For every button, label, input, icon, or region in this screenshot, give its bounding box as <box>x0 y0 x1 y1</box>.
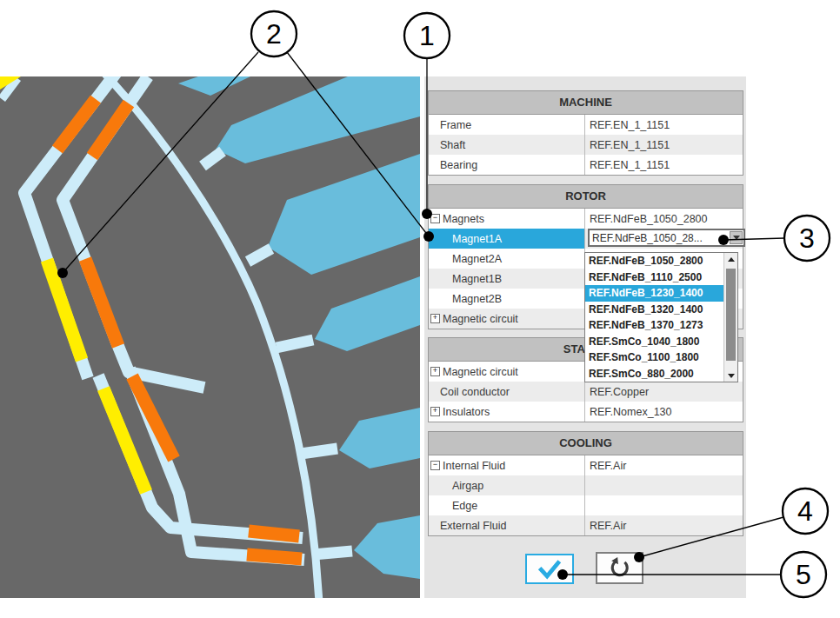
property-value: REF.EN_1_1151 <box>585 135 743 155</box>
property-row[interactable]: ShaftREF.EN_1_1151 <box>429 135 743 155</box>
property-value: REF.NdFeB_1050_2800 <box>585 209 743 229</box>
motor-cross-section-view <box>0 76 420 598</box>
property-name-cell[interactable]: −Internal Fluid <box>429 455 585 475</box>
property-name: Insulators <box>443 406 490 418</box>
property-name-cell[interactable]: +Magnetic circuit <box>429 362 585 382</box>
property-row[interactable]: Magnet1AREF.NdFeB_1050_28... <box>429 229 743 249</box>
scrollbar-thumb[interactable] <box>726 269 736 361</box>
property-value: REF.Air <box>585 455 743 475</box>
apply-button[interactable] <box>525 554 574 584</box>
property-row[interactable]: −MagnetsREF.NdFeB_1050_2800 <box>429 209 743 229</box>
property-value <box>585 475 743 495</box>
property-name: Airgap <box>452 480 483 492</box>
property-name-cell[interactable]: +Insulators <box>429 402 585 422</box>
property-name-cell[interactable]: Magnet1B <box>429 269 585 289</box>
dropdown-item[interactable]: REF.SmCo_1100_1800 <box>585 349 723 366</box>
property-value <box>585 495 743 515</box>
property-value: REF.EN_1_1151 <box>585 115 743 135</box>
property-name: Shaft <box>440 139 465 151</box>
callout-2: 2 <box>266 18 282 50</box>
collapse-icon[interactable]: − <box>430 461 440 470</box>
property-name: External Fluid <box>440 520 506 532</box>
property-name: Magnetic circuit <box>443 366 518 378</box>
property-name-cell[interactable]: Edge <box>429 495 585 515</box>
property-name-cell[interactable]: Shaft <box>429 135 585 155</box>
property-row[interactable]: Airgap <box>429 475 743 495</box>
property-row[interactable]: Edge <box>429 495 743 515</box>
property-row[interactable]: FrameREF.EN_1_1151 <box>429 115 743 135</box>
property-name-cell[interactable]: Airgap <box>429 475 585 495</box>
scroll-down-icon[interactable] <box>724 369 737 382</box>
property-value: REF.Air <box>585 515 743 535</box>
property-value: REF.EN_1_1151 <box>585 155 743 175</box>
machine-table: MACHINEFrameREF.EN_1_1151ShaftREF.EN_1_1… <box>428 90 743 176</box>
property-value: REF.Nomex_130 <box>585 402 743 422</box>
application-window: MACHINEFrameREF.EN_1_1151ShaftREF.EN_1_1… <box>0 0 840 618</box>
property-name-cell[interactable]: Coil conductor <box>429 382 585 402</box>
property-name-cell[interactable]: Magnet2B <box>429 289 585 309</box>
expand-icon[interactable]: + <box>430 407 440 416</box>
property-value: REF.Copper <box>585 382 743 402</box>
cooling-table: COOLING−Internal FluidREF.AirAirgapEdgeE… <box>428 431 743 536</box>
property-name: Frame <box>440 119 471 131</box>
dropdown-item[interactable]: REF.SmCo_1040_1800 <box>585 334 723 350</box>
property-row[interactable]: +InsulatorsREF.Nomex_130 <box>429 402 743 422</box>
property-name: Magnet1A <box>452 233 502 245</box>
table-title: MACHINE <box>429 91 743 115</box>
dropdown-item[interactable]: REF.SmCo_880_2000 <box>585 366 723 382</box>
expand-icon[interactable]: + <box>430 367 440 376</box>
property-name: Coil conductor <box>440 386 510 398</box>
callout-5: 5 <box>796 559 811 590</box>
callout-1: 1 <box>419 20 435 51</box>
material-dropdown-list: REF.NdFeB_1050_2800REF.NdFeB_1110_2500RE… <box>584 252 738 382</box>
callout-4: 4 <box>797 495 813 527</box>
property-name: Internal Fluid <box>443 460 505 472</box>
dropdown-scrollbar[interactable] <box>723 253 737 382</box>
dropdown-item[interactable]: REF.NdFeB_1110_2500 <box>585 269 723 286</box>
property-row[interactable]: BearingREF.EN_1_1151 <box>429 155 743 175</box>
property-name: Magnet2B <box>452 293 502 305</box>
collapse-icon[interactable]: − <box>430 214 440 223</box>
magnet-2b[interactable] <box>249 531 299 536</box>
property-name: Magnets <box>443 213 484 225</box>
property-name: Edge <box>452 500 477 512</box>
material-properties-panel: MACHINEFrameREF.EN_1_1151ShaftREF.EN_1_1… <box>424 76 746 598</box>
property-value: REF.NdFeB_1050_28... <box>585 229 743 249</box>
magnet-2b-inner[interactable] <box>247 555 302 559</box>
expand-icon[interactable]: + <box>430 314 440 323</box>
property-name: Magnet2A <box>452 253 502 265</box>
property-name-cell[interactable]: Magnet1A <box>429 229 585 249</box>
dropdown-item[interactable]: REF.NdFeB_1370_1273 <box>585 317 723 334</box>
dropdown-arrow-icon[interactable] <box>730 231 743 244</box>
dropdown-item[interactable]: REF.NdFeB_1320_1400 <box>585 302 723 318</box>
table-title: ROTOR <box>429 185 743 209</box>
property-row[interactable]: Coil conductorREF.Copper <box>429 382 743 402</box>
reset-icon <box>608 556 632 581</box>
property-name-cell[interactable]: Frame <box>429 115 585 135</box>
property-name-cell[interactable]: Magnet2A <box>429 249 585 269</box>
reset-button[interactable] <box>596 552 643 584</box>
property-name-cell[interactable]: Bearing <box>429 155 585 175</box>
check-icon <box>535 558 564 581</box>
property-name: Magnetic circuit <box>443 313 518 325</box>
combobox-value: REF.NdFeB_1050_28... <box>590 232 730 244</box>
table-title: COOLING <box>429 432 743 455</box>
dropdown-item[interactable]: REF.NdFeB_1230_1400 <box>585 285 723 302</box>
callout-3: 3 <box>799 223 815 254</box>
property-name-cell[interactable]: +Magnetic circuit <box>429 309 585 329</box>
property-row[interactable]: −Internal FluidREF.Air <box>429 455 743 475</box>
property-name: Magnet1B <box>452 273 502 285</box>
property-name-cell[interactable]: External Fluid <box>429 515 585 535</box>
property-name: Bearing <box>440 159 477 171</box>
material-combobox[interactable]: REF.NdFeB_1050_28... <box>588 229 745 247</box>
property-name-cell[interactable]: −Magnets <box>429 209 585 229</box>
scroll-up-icon[interactable] <box>724 253 737 265</box>
dropdown-item[interactable]: REF.NdFeB_1050_2800 <box>585 253 723 269</box>
property-row[interactable]: External FluidREF.Air <box>429 515 743 535</box>
